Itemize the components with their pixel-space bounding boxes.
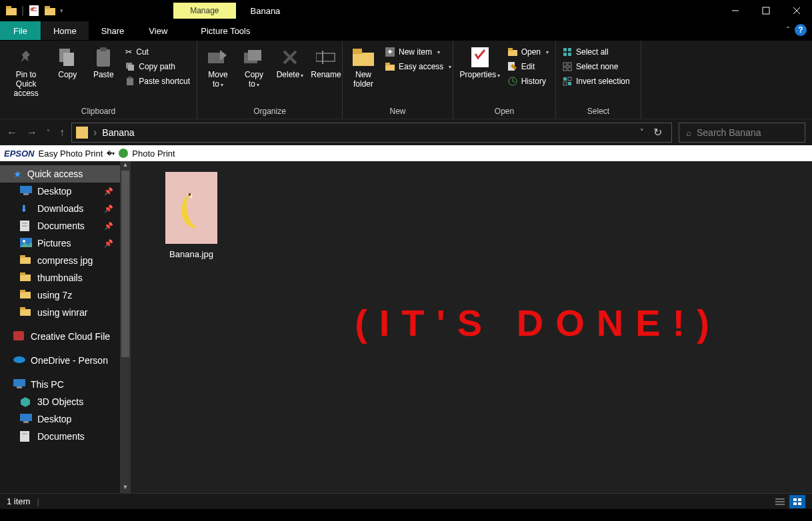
svg-rect-18 [128, 77, 132, 79]
properties-icon [469, 46, 491, 69]
minimize-button[interactable] [720, 0, 751, 21]
manage-context-tab[interactable]: Manage [173, 3, 235, 19]
properties-icon[interactable] [28, 5, 40, 17]
help-icon[interactable]: ? [795, 24, 807, 36]
scroll-up-icon[interactable]: ▲ [120, 161, 131, 171]
sidebar-downloads[interactable]: ⬇Downloads📌 [0, 200, 120, 217]
home-tab[interactable]: Home [41, 21, 89, 40]
folder-icon [20, 272, 32, 283]
address-dropdown-icon[interactable]: ˅ [640, 128, 644, 137]
address-bar[interactable]: › Banana ˅ ↻ [71, 123, 672, 143]
sidebar-documents[interactable]: Documents📌 [0, 217, 120, 235]
folder-small-icon[interactable] [44, 5, 56, 17]
photo-print-button[interactable]: Photo Print [132, 149, 175, 159]
select-all-button[interactable]: Select all [560, 46, 633, 58]
search-icon: ⌕ [686, 127, 691, 138]
refresh-button[interactable]: ↻ [653, 126, 662, 139]
svg-rect-32 [471, 47, 489, 67]
sidebar-scrollbar[interactable]: ▲ ▼ [120, 161, 131, 493]
epson-logo: EPSON [4, 149, 35, 159]
svg-rect-24 [316, 53, 335, 61]
pin-to-quick-access-button[interactable]: Pin to Quick access [4, 43, 48, 101]
move-to-button[interactable]: Move to▾ [201, 43, 235, 93]
content-area[interactable]: Banana.jpg (IT'S DONE!) [131, 161, 812, 493]
sidebar-desktop[interactable]: Desktop📌 [0, 183, 120, 200]
file-item[interactable]: Banana.jpg [155, 172, 228, 259]
svg-rect-8 [763, 7, 769, 14]
paste-button[interactable]: Paste [87, 43, 120, 82]
history-button[interactable]: History [505, 75, 551, 87]
sidebar-creative-cloud[interactable]: Creative Cloud File [0, 328, 120, 345]
select-none-button[interactable]: Select none [560, 61, 633, 73]
sidebar-quick-access[interactable]: ★Quick access [0, 165, 120, 183]
easy-access-icon [385, 63, 395, 71]
epson-dropdown-icon[interactable]: �▾ [107, 151, 115, 157]
breadcrumb-separator: › [93, 127, 97, 139]
breadcrumb[interactable]: Banana [102, 127, 134, 138]
sidebar-thumbnails[interactable]: thumbnails [0, 269, 120, 286]
delete-icon [279, 46, 301, 69]
rename-button[interactable]: Rename [309, 43, 343, 82]
collapse-ribbon-icon[interactable]: ˆ [787, 25, 789, 35]
sidebar-this-pc[interactable]: This PC [0, 376, 120, 393]
invert-selection-button[interactable]: Invert selection [560, 75, 633, 87]
edit-button[interactable]: Edit [505, 61, 551, 73]
forward-button[interactable]: → [27, 127, 37, 139]
svg-point-55 [23, 240, 25, 243]
sidebar-using-winrar[interactable]: using winrar [0, 304, 120, 321]
onedrive-icon [13, 355, 25, 366]
overlay-annotation: (IT'S DONE!) [264, 301, 812, 344]
svg-rect-1 [6, 6, 11, 9]
new-folder-button[interactable]: New folder [347, 43, 380, 91]
close-button[interactable] [781, 0, 812, 21]
epson-toolbar: EPSON Easy Photo Print �▾ Photo Print [0, 145, 812, 161]
easy-access-button[interactable]: Easy access▾ [383, 61, 454, 73]
item-count: 1 item [7, 496, 30, 506]
maximize-button[interactable] [751, 0, 781, 21]
sidebar-documents-pc[interactable]: Documents [0, 428, 120, 445]
copy-button[interactable]: Copy [51, 43, 84, 82]
svg-rect-72 [189, 193, 191, 196]
sidebar-onedrive[interactable]: OneDrive - Person [0, 352, 120, 369]
new-item-button[interactable]: ✦New item▾ [383, 46, 454, 58]
view-tab[interactable]: View [137, 21, 179, 40]
back-button[interactable]: ← [7, 127, 17, 139]
picture-tools-tab[interactable]: Picture Tools [189, 21, 262, 40]
open-button[interactable]: Open▾ [505, 46, 551, 58]
sidebar-3d-objects[interactable]: 3D Objects [0, 393, 120, 410]
sidebar-pictures[interactable]: Pictures📌 [0, 235, 120, 252]
properties-button[interactable]: Properties▾ [457, 43, 503, 83]
pin-icon: 📌 [104, 205, 113, 213]
svg-rect-48 [568, 82, 571, 85]
cut-button[interactable]: ✂Cut [123, 46, 193, 58]
delete-button[interactable]: Delete▾ [273, 43, 307, 83]
scrollbar-thumb[interactable] [121, 171, 129, 357]
thumbnails-view-button[interactable] [789, 495, 805, 508]
pin-icon: 📌 [104, 239, 113, 248]
paste-shortcut-icon [125, 77, 135, 86]
paste-shortcut-button[interactable]: Paste shortcut [123, 75, 193, 87]
desktop-icon [20, 414, 32, 424]
svg-rect-68 [20, 414, 32, 421]
easy-photo-print-button[interactable]: Easy Photo Print [39, 149, 103, 159]
organize-group: Move to▾ Copy to▾ Delete▾ Rename Organiz… [197, 41, 343, 119]
svg-rect-67 [17, 386, 22, 388]
recent-dropdown-icon[interactable]: ˅ [47, 129, 50, 136]
qat-dropdown-icon[interactable]: ▾ [60, 7, 63, 14]
copy-path-button[interactable]: Copy path [123, 61, 193, 73]
sidebar-using-7z[interactable]: using 7z [0, 286, 120, 304]
photo-print-icon [119, 149, 128, 158]
svg-rect-47 [563, 82, 567, 85]
window-title: Banana [251, 6, 281, 16]
share-tab[interactable]: Share [89, 21, 137, 40]
svg-rect-5 [45, 8, 55, 15]
scroll-down-icon[interactable]: ▼ [120, 484, 131, 493]
details-view-button[interactable] [772, 495, 788, 508]
file-tab[interactable]: File [0, 21, 41, 40]
sidebar-compress-jpg[interactable]: compress jpg [0, 252, 120, 269]
up-button[interactable]: ↑ [59, 127, 65, 139]
copy-to-button[interactable]: Copy to▾ [237, 43, 271, 93]
search-box[interactable]: ⌕ Search Banana [679, 123, 805, 143]
svg-rect-64 [13, 331, 24, 340]
sidebar-desktop-pc[interactable]: Desktop [0, 410, 120, 428]
